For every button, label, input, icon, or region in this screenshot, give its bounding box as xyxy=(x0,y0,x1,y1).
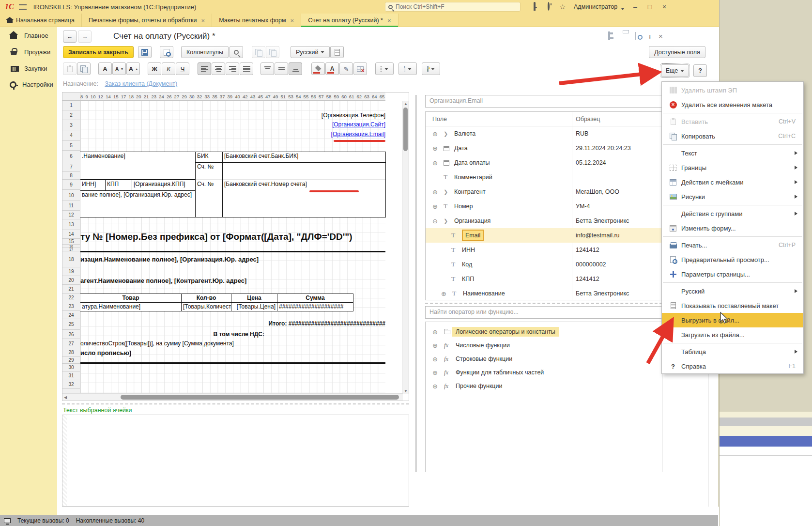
field-label[interactable]: ИНН xyxy=(462,247,475,253)
selected-cell-text-area[interactable] xyxy=(62,415,409,507)
font-smaller-button[interactable]: А▾ xyxy=(112,62,126,75)
menu-item-рисунки[interactable]: Рисунки xyxy=(662,189,803,204)
preview-button[interactable] xyxy=(160,46,173,58)
form-close-icon[interactable]: × xyxy=(659,32,668,41)
sheet-vertical-scrollbar[interactable]: ▲ ▼ xyxy=(402,101,409,394)
align-justify-icon[interactable] xyxy=(240,62,253,75)
menu-item-параметры-страницы-[interactable]: Параметры страницы... xyxy=(662,267,803,281)
tab-close-icon[interactable]: × xyxy=(201,17,205,24)
borders-dropdown[interactable] xyxy=(375,62,394,75)
function-row-4[interactable]: ⊕fxФункции для табличных частей xyxy=(426,366,662,379)
function-search-input[interactable]: Найти оператор или функцию... xyxy=(425,306,662,319)
form-preview-icon[interactable] xyxy=(635,32,645,41)
function-row-5[interactable]: ⊕fxПрочие функции xyxy=(426,379,662,393)
form-print-icon[interactable] xyxy=(622,32,631,41)
menu-item-копировать[interactable]: КопироватьCtrl+C xyxy=(662,129,803,143)
menu-item-показывать-поставляемый-макет[interactable]: Показывать поставляемый макет xyxy=(662,298,803,313)
delete-cells-icon[interactable] xyxy=(353,62,367,75)
function-label[interactable]: Логические операторы и константы xyxy=(452,327,559,337)
expand-icon[interactable]: ⊕ xyxy=(432,329,438,335)
font-larger-button[interactable]: А▴ xyxy=(126,62,140,75)
expand-icon[interactable]: ⊕ xyxy=(432,160,438,166)
sheet-cell-name[interactable]: .Наименование] xyxy=(80,152,196,180)
field-label[interactable]: Валюта xyxy=(454,130,475,137)
splitter-vertical[interactable] xyxy=(415,95,417,472)
sheet-cell-count_line[interactable]: оличествоСтрок([Товары])], на сумму [Сум… xyxy=(80,340,322,348)
sheet-cell-site[interactable]: [Организация.Сайт] xyxy=(256,121,385,129)
expand-icon[interactable]: ⊕ xyxy=(432,342,438,349)
field-row-Организация[interactable]: ⊖❯ОрганизацияБетта Электроникс xyxy=(426,214,662,228)
save-close-button[interactable]: Записать и закрыть xyxy=(63,46,134,58)
sheet-cell-doc_title[interactable]: ту № [Номер.Без префикса] от [Формат([Да… xyxy=(80,232,385,245)
field-label[interactable]: Номер xyxy=(454,203,473,210)
field-row-КПП[interactable]: TКПП1241412 xyxy=(426,272,662,286)
sidebar-item-4[interactable]: Настройки xyxy=(0,77,57,93)
field-row-Наименование[interactable]: ⊕TНаименованиеБетта Электроникс xyxy=(426,286,662,301)
function-label[interactable]: Прочие функции xyxy=(456,383,502,389)
align-right-icon[interactable] xyxy=(226,62,239,75)
panel-splitter[interactable] xyxy=(425,303,662,304)
field-row-Валюта[interactable]: ⊕❯ВалютаRUB xyxy=(426,126,662,141)
sheet-cell-kpp[interactable]: КПП xyxy=(105,180,132,191)
valign-bottom-icon[interactable] xyxy=(289,62,302,75)
font-button[interactable]: А xyxy=(98,62,112,75)
sheet-cell-email[interactable]: [Организация.Email] xyxy=(256,131,385,139)
font-color-icon[interactable]: A xyxy=(325,62,339,75)
menu-item-справка[interactable]: ?СправкаF1 xyxy=(662,359,803,373)
menu-item-изменить-форму-[interactable]: Изменить форму... xyxy=(662,221,803,235)
function-row-1[interactable]: ⊕Логические операторы и константы xyxy=(426,325,662,339)
copy-style-button[interactable] xyxy=(252,46,265,58)
sheet-horizontal-scrollbar[interactable]: ◀ xyxy=(62,393,403,401)
menu-item-действия-с-группами[interactable]: Действия с группами xyxy=(662,206,803,221)
function-row-2[interactable]: ⊕fxЧисловые функции xyxy=(426,339,662,352)
field-label[interactable]: Email xyxy=(462,230,484,241)
horizontal-scroll-thumb[interactable] xyxy=(121,395,399,400)
form-save-icon[interactable] xyxy=(608,32,618,41)
expand-icon[interactable]: ⊕ xyxy=(432,189,438,195)
expand-icon[interactable]: ⊕ xyxy=(441,291,446,297)
available-fields-button[interactable]: Доступные поля xyxy=(649,46,705,58)
sheet-cell-v_sum[interactable]: #################### xyxy=(277,302,353,311)
history-icon[interactable] xyxy=(544,3,553,11)
valign-top-icon[interactable] xyxy=(260,62,274,75)
field-label[interactable]: Контрагент xyxy=(454,188,486,195)
sheet-cell-inn[interactable]: ИНН] xyxy=(80,180,106,191)
field-row-Дата[interactable]: ⊕Дата29.11.2024 20:24:23 xyxy=(426,141,662,155)
user-name[interactable]: Администратор xyxy=(574,3,617,10)
edit-pencil-icon[interactable]: ✎ xyxy=(339,62,353,75)
sheet-cell-acc_value[interactable]: [Банковский счет.Номер счета] xyxy=(222,180,386,217)
sheet-cell-v_qty[interactable]: [Товары.Количество] xyxy=(181,302,231,311)
sidebar-item-3[interactable]: Закупки xyxy=(0,60,57,77)
menu-item-удалить-все-изменения-макета[interactable]: ✕Удалить все изменения макета xyxy=(662,97,803,112)
menu-item-выгрузить-в-файл-[interactable]: Выгрузить в файл... xyxy=(662,313,803,327)
sheet-cell-org_line[interactable]: изация.Наименование полное], [Организаци… xyxy=(80,256,385,264)
expand-icon[interactable]: ⊕ xyxy=(432,145,438,152)
sheet-cell-bik_label[interactable]: БИК xyxy=(195,152,223,163)
sheet-cell-vat[interactable]: В том числе НДС: xyxy=(129,331,264,339)
sheet-cell-empty[interactable] xyxy=(222,162,386,180)
expand-icon[interactable]: ⊕ xyxy=(432,383,438,389)
sheet-cell-kpp_value[interactable]: [Организация.КПП] xyxy=(132,180,196,191)
nav-forward-button[interactable]: → xyxy=(78,31,92,43)
hamburger-menu-icon[interactable] xyxy=(19,4,27,10)
minimize-button[interactable]: – xyxy=(631,3,640,11)
service-menu-icon[interactable] xyxy=(615,3,624,11)
vertical-scroll-thumb[interactable] xyxy=(403,108,408,151)
field-label[interactable]: Наименование xyxy=(463,290,505,297)
sheet-cell-sch2[interactable]: Сч. № xyxy=(195,180,223,217)
tab-3[interactable]: Макеты печатных форм× xyxy=(212,14,301,27)
paste-icon[interactable] xyxy=(63,62,77,75)
function-row-3[interactable]: ⊕fxСтроковые функции xyxy=(426,352,662,366)
function-label[interactable]: Числовые функции xyxy=(456,342,510,349)
field-label[interactable]: Дата оплаты xyxy=(454,159,490,166)
layout-view-button[interactable] xyxy=(330,46,344,58)
tab-1[interactable]: Начальная страница xyxy=(0,14,82,27)
valign-middle-icon[interactable] xyxy=(275,62,288,75)
menu-item-удалить-штамп-эп[interactable]: Удалить штамп ЭП xyxy=(662,83,803,97)
sheet-cell-bik_value[interactable]: [Банковский счет.Банк.БИК] xyxy=(222,152,386,163)
menu-item-действия-с-ячейками[interactable]: Действия с ячейками xyxy=(662,175,803,189)
menu-item-вставить[interactable]: ВставитьCtrl+V xyxy=(662,114,803,129)
sheet-cell-h_qty[interactable]: Кол-во xyxy=(181,294,231,303)
field-row-Контрагент[interactable]: ⊕❯КонтрагентМегаШоп, ООО xyxy=(426,185,662,199)
notifications-icon[interactable] xyxy=(530,3,539,11)
